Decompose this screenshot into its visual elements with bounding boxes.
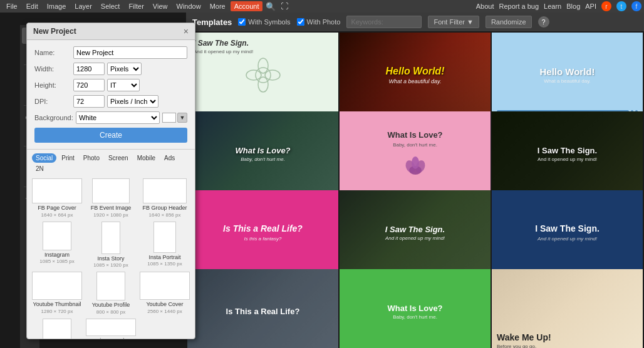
template-card[interactable]: I Saw The Sign. And it opened up my mind… — [492, 190, 643, 275]
font-filter-button[interactable]: Font Filter ▼ — [428, 16, 479, 28]
list-item[interactable]: Insta Portrait 1085 × 1350 px — [140, 222, 190, 269]
template-overlay: I Saw The Sign. And it opened up my mind… — [187, 33, 338, 118]
modal-body: Name: Width: Pixels Inches cm Height: IT… — [27, 40, 195, 149]
menu-layer[interactable]: Layer — [71, 1, 96, 11]
fullscreen-icon[interactable]: ⛶ — [279, 2, 290, 11]
height-label: Height: — [34, 81, 73, 89]
help-button[interactable]: ? — [538, 16, 549, 28]
modal-title: New Project — [33, 27, 76, 36]
menu-edit[interactable]: Edit — [23, 1, 42, 11]
create-button[interactable]: Create — [34, 128, 187, 143]
cat-tab-social[interactable]: Social — [32, 153, 56, 163]
keywords-input[interactable] — [346, 16, 422, 28]
list-item[interactable]: FB Group Header 1640 × 856 px — [140, 178, 190, 218]
list-item[interactable]: FB Event Image 1920 × 1080 px — [86, 178, 136, 218]
templates-grid: I Saw The Sign. And it opened up my mind… — [186, 31, 644, 348]
menu-filter[interactable]: Filter — [125, 1, 147, 11]
main-area: ⌂ ▭ ◈ ✦ △ — [20, 13, 644, 348]
cat-tab-mobile[interactable]: Mobile — [133, 153, 159, 163]
template-card[interactable]: What Is Love? Baby, don't hurt me. — [340, 269, 491, 348]
svg-point-5 — [256, 68, 271, 83]
svg-point-13 — [412, 156, 419, 169]
menu-bar: File Edit Image Layer Select Filter View… — [0, 0, 644, 13]
template-card[interactable]: Wake Me Up! Before you go go. — [492, 269, 643, 348]
template-card[interactable]: I Saw The Sign. And it opened up my mind… — [492, 111, 643, 197]
template-card[interactable]: What Is Love? Baby, don't hurt me. — [187, 111, 338, 197]
randomize-button[interactable]: Randomize — [486, 16, 532, 28]
template-card[interactable]: Hello World! What a beautiful day. — [340, 33, 491, 118]
template-card[interactable]: Hello World! What a beautiful day. — [492, 33, 643, 118]
background-select[interactable]: White Black Transparent — [76, 111, 160, 124]
learn-link[interactable]: Learn — [544, 3, 561, 10]
template-card[interactable]: I Saw The Sign. And it opened up my mind… — [340, 190, 491, 275]
with-photo-filter: With Photo — [297, 18, 341, 26]
list-item[interactable]: Youtube Cover 2560 × 1440 px — [140, 272, 190, 315]
template-overlay: Hello World! What a beautiful day. — [340, 33, 491, 118]
menu-more[interactable]: More — [206, 1, 229, 11]
cat-tab-screen[interactable]: Screen — [105, 153, 132, 163]
color-swatch[interactable] — [162, 113, 176, 123]
width-row: Width: Pixels Inches cm — [34, 63, 187, 75]
list-item[interactable]: Insta Story 1085 × 1920 px — [86, 222, 136, 269]
search-icon[interactable]: 🔍 — [264, 2, 278, 11]
dpi-label: DPI: — [34, 98, 73, 105]
menu-image[interactable]: Image — [43, 1, 70, 11]
svg-point-7 — [258, 77, 268, 92]
dpi-unit-select[interactable]: Pixels / Inch Pixels / cm — [107, 95, 158, 108]
svg-point-8 — [246, 70, 261, 80]
twitter-icon[interactable]: t — [616, 1, 626, 11]
new-project-modal: New Project × Name: Width: Pixels Inches… — [26, 23, 195, 339]
with-photo-checkbox[interactable] — [297, 18, 304, 26]
list-item[interactable]: Twitter Profile 400 × 400 px — [32, 319, 82, 339]
menu-view[interactable]: View — [149, 1, 172, 11]
api-link[interactable]: API — [585, 3, 596, 10]
list-item[interactable]: Twitter Header 1500 × 500 px — [86, 319, 136, 339]
name-label: Name: — [34, 49, 73, 56]
with-symbols-filter: With Symbols — [238, 18, 290, 26]
background-row: Background: White Black Transparent ▼ — [34, 111, 187, 124]
list-item[interactable]: Youtube Thumbnail 1280 × 720 px — [32, 272, 82, 315]
menu-select[interactable]: Select — [97, 1, 124, 11]
cat-tab-photo[interactable]: Photo — [80, 153, 103, 163]
width-input[interactable] — [73, 63, 105, 75]
width-unit-select[interactable]: Pixels Inches cm — [107, 63, 142, 75]
name-row: Name: — [34, 46, 187, 59]
dpi-input[interactable] — [73, 95, 105, 108]
list-item[interactable]: FB Page Cover 1640 × 664 px — [32, 178, 82, 218]
template-card[interactable]: What Is Love? Baby, don't hurt me. — [340, 111, 491, 197]
height-unit-select[interactable]: IT Pixels — [107, 79, 140, 91]
name-input[interactable] — [73, 46, 187, 59]
cat-tab-print[interactable]: Print — [58, 153, 78, 163]
width-label: Width: — [34, 65, 73, 73]
report-bug-link[interactable]: Report a bug — [499, 3, 539, 10]
background-arrow-btn[interactable]: ▼ — [177, 113, 187, 123]
menu-window[interactable]: Window — [173, 1, 205, 11]
menu-file[interactable]: File — [3, 1, 21, 11]
height-row: Height: IT Pixels — [34, 79, 187, 91]
height-input[interactable] — [73, 79, 105, 91]
cat-tab-ads[interactable]: Ads — [160, 153, 179, 163]
blog-link[interactable]: Blog — [566, 3, 580, 10]
with-photo-label: With Photo — [307, 18, 341, 26]
template-card[interactable]: Is This a Real Life? Is this a fantasy? — [187, 190, 338, 275]
templates-panel: Templates With Symbols With Photo Font F… — [186, 13, 644, 348]
list-item[interactable]: Instagram 1085 × 1085 px — [32, 222, 82, 269]
template-card[interactable]: I Saw The Sign. And it opened up my mind… — [187, 33, 338, 118]
category-tabs: Social Print Photo Screen Mobile Ads 2N — [27, 149, 195, 176]
template-card[interactable]: Is This a Real Life? — [187, 269, 338, 348]
modal-close-button[interactable]: × — [184, 27, 189, 36]
menu-account[interactable]: Account — [231, 1, 263, 11]
menu-bar-right: About Report a bug Learn Blog API r t f — [476, 1, 641, 11]
list-item[interactable]: Youtube Profile 800 × 800 px — [86, 272, 136, 315]
reddit-icon[interactable]: r — [601, 1, 611, 11]
templates-header: Templates With Symbols With Photo Font F… — [186, 13, 644, 31]
about-link[interactable]: About — [476, 3, 494, 10]
templates-title: Templates — [192, 18, 232, 27]
template-grid-small: FB Page Cover 1640 × 664 px FB Event Ima… — [27, 176, 195, 339]
facebook-icon[interactable]: f — [631, 1, 641, 11]
dpi-row: DPI: Pixels / Inch Pixels / cm — [34, 95, 187, 108]
cat-tab-2n[interactable]: 2N — [32, 164, 48, 173]
modal-header: New Project × — [27, 23, 195, 40]
with-symbols-checkbox[interactable] — [238, 18, 246, 26]
with-symbols-label: With Symbols — [248, 18, 290, 26]
